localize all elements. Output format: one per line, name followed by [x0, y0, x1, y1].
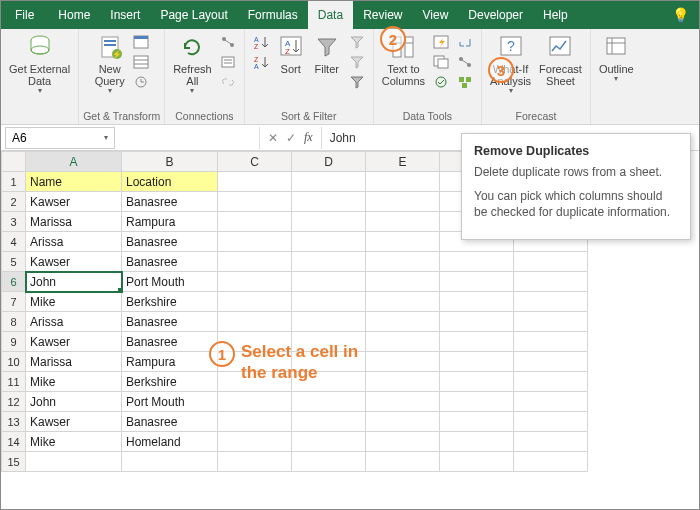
refresh-all-button[interactable]: Refresh All ▾ — [169, 31, 216, 98]
outline-button[interactable]: Outline ▾ — [595, 31, 638, 86]
menu-tab-formulas[interactable]: Formulas — [238, 1, 308, 29]
cell[interactable]: Arissa — [26, 232, 122, 252]
cell[interactable] — [440, 452, 514, 472]
manage-data-model-icon[interactable] — [455, 73, 475, 91]
cell[interactable] — [218, 192, 292, 212]
cell[interactable] — [514, 292, 588, 312]
cell[interactable]: Kawser — [26, 332, 122, 352]
data-validation-icon[interactable] — [431, 73, 451, 91]
column-header[interactable]: B — [122, 152, 218, 172]
row-header[interactable]: 15 — [2, 452, 26, 472]
menu-tab-data[interactable]: Data — [308, 1, 353, 29]
cell[interactable]: Port Mouth — [122, 392, 218, 412]
cell[interactable]: Mike — [26, 432, 122, 452]
cell[interactable] — [440, 392, 514, 412]
properties-icon[interactable] — [218, 53, 238, 71]
cell[interactable]: Banasree — [122, 232, 218, 252]
cell[interactable] — [218, 212, 292, 232]
row-header[interactable]: 6 — [2, 272, 26, 292]
cell[interactable] — [366, 312, 440, 332]
cell[interactable] — [218, 412, 292, 432]
sort-asc-icon[interactable]: AZ — [251, 33, 271, 51]
cell[interactable] — [366, 372, 440, 392]
row-header[interactable]: 1 — [2, 172, 26, 192]
column-header[interactable]: A — [26, 152, 122, 172]
cell[interactable] — [366, 212, 440, 232]
cell[interactable]: Rampura — [122, 352, 218, 372]
cell[interactable] — [440, 312, 514, 332]
row-header[interactable]: 5 — [2, 252, 26, 272]
cell[interactable]: Marissa — [26, 352, 122, 372]
cell[interactable] — [366, 272, 440, 292]
row-header[interactable]: 3 — [2, 212, 26, 232]
cell[interactable] — [514, 332, 588, 352]
consolidate-icon[interactable] — [455, 33, 475, 51]
cell[interactable]: Marissa — [26, 212, 122, 232]
column-header[interactable]: E — [366, 152, 440, 172]
cell[interactable]: Location — [122, 172, 218, 192]
cell[interactable] — [292, 192, 366, 212]
name-box[interactable]: A6 ▾ — [5, 127, 115, 149]
cell[interactable]: Mike — [26, 372, 122, 392]
row-header[interactable]: 9 — [2, 332, 26, 352]
flash-fill-icon[interactable] — [431, 33, 451, 51]
menu-tab-page-layout[interactable]: Page Layout — [150, 1, 237, 29]
cell[interactable]: John — [26, 272, 122, 292]
cell[interactable]: Banasree — [122, 252, 218, 272]
menu-tab-view[interactable]: View — [413, 1, 459, 29]
cell[interactable] — [218, 312, 292, 332]
cell[interactable] — [292, 232, 366, 252]
row-header[interactable]: 7 — [2, 292, 26, 312]
cell[interactable]: Name — [26, 172, 122, 192]
menu-tab-help[interactable]: Help — [533, 1, 578, 29]
sort-button[interactable]: AZ Sort — [273, 31, 309, 77]
cell[interactable] — [440, 352, 514, 372]
cell[interactable] — [440, 432, 514, 452]
cell[interactable] — [366, 412, 440, 432]
from-table-icon[interactable] — [131, 53, 151, 71]
menu-tab-review[interactable]: Review — [353, 1, 412, 29]
clear-filter-icon[interactable] — [347, 33, 367, 51]
cancel-formula-icon[interactable]: ✕ — [268, 131, 278, 145]
cell[interactable]: Rampura — [122, 212, 218, 232]
cell[interactable]: Mike — [26, 292, 122, 312]
cell[interactable] — [440, 332, 514, 352]
cell[interactable] — [366, 232, 440, 252]
cell[interactable] — [440, 412, 514, 432]
cell[interactable] — [366, 172, 440, 192]
cell[interactable] — [366, 392, 440, 412]
cell[interactable] — [292, 272, 366, 292]
cell[interactable] — [218, 452, 292, 472]
row-header[interactable]: 14 — [2, 432, 26, 452]
cell[interactable]: Port Mouth — [122, 272, 218, 292]
file-menu[interactable]: File — [1, 1, 48, 29]
cell[interactable]: Berkshire — [122, 292, 218, 312]
select-all-corner[interactable] — [2, 152, 26, 172]
menu-tab-insert[interactable]: Insert — [100, 1, 150, 29]
cell[interactable]: John — [26, 392, 122, 412]
column-header[interactable]: C — [218, 152, 292, 172]
fx-icon[interactable]: fx — [304, 130, 313, 145]
cell[interactable] — [218, 252, 292, 272]
cell[interactable] — [122, 452, 218, 472]
get-external-data-button[interactable]: Get External Data ▾ — [5, 31, 74, 98]
cell[interactable]: Banasree — [122, 312, 218, 332]
cell[interactable]: Homeland — [122, 432, 218, 452]
cell[interactable] — [366, 432, 440, 452]
cell[interactable] — [218, 232, 292, 252]
cell[interactable] — [514, 392, 588, 412]
formula-value[interactable]: John — [322, 131, 364, 145]
edit-links-icon[interactable] — [218, 73, 238, 91]
cell[interactable] — [366, 452, 440, 472]
new-query-button[interactable]: ⚡ New Query ▾ — [91, 31, 129, 98]
cell[interactable] — [292, 312, 366, 332]
forecast-sheet-button[interactable]: Forecast Sheet — [535, 31, 586, 89]
cell[interactable] — [514, 412, 588, 432]
show-queries-icon[interactable] — [131, 33, 151, 51]
advanced-filter-icon[interactable] — [347, 73, 367, 91]
cell[interactable] — [514, 252, 588, 272]
cell[interactable] — [366, 352, 440, 372]
cell[interactable] — [292, 452, 366, 472]
row-header[interactable]: 12 — [2, 392, 26, 412]
cell[interactable] — [292, 292, 366, 312]
